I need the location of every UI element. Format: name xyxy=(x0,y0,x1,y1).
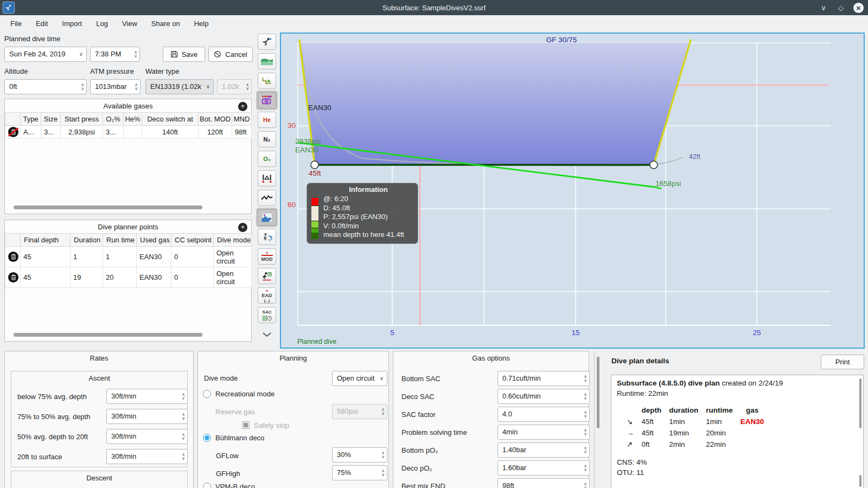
points-hscrollbar[interactable] xyxy=(14,333,202,337)
salinity-waves-toggle[interactable] xyxy=(258,53,276,69)
spinner-arrows-icon[interactable] xyxy=(182,430,185,443)
dive-profile-chart[interactable]: GF 30/75 EAN30 30 60 2938psi EAN30 45ft … xyxy=(280,33,865,349)
delete-disabled-icon[interactable] xyxy=(8,127,18,137)
gas-option-spinner-5[interactable]: 1.60bar xyxy=(497,460,590,476)
atm-pressure-spinner[interactable]: 1013mbar xyxy=(90,79,141,94)
spinner-arrows-icon[interactable] xyxy=(182,410,185,423)
dive-plan-notes[interactable]: Subsurface (4.8.5.0) dive plan created o… xyxy=(611,375,864,488)
safety-stop-checkbox[interactable] xyxy=(242,421,250,429)
add-point-button[interactable] xyxy=(238,223,247,232)
he-graph-toggle[interactable]: He xyxy=(258,112,276,128)
dive-time-spinner[interactable]: 7:38 PM xyxy=(90,47,140,62)
menu-log[interactable]: Log xyxy=(89,17,115,30)
gases-col-size[interactable]: Size xyxy=(41,113,61,126)
gases-col-type[interactable]: Type xyxy=(21,113,41,126)
point-duration-cell[interactable]: 19 xyxy=(71,267,103,288)
rate-spinner-2[interactable]: 30ft/min xyxy=(106,429,188,444)
spinner-arrows-icon[interactable] xyxy=(134,48,137,61)
points-col-gas[interactable]: Used gas xyxy=(137,234,171,247)
altitude-spinner[interactable]: 0ft xyxy=(4,79,87,94)
point-setpoint-cell[interactable]: 0 xyxy=(171,247,214,267)
point-duration-cell[interactable]: 1 xyxy=(71,247,103,267)
spinner-arrows-icon[interactable] xyxy=(584,426,587,439)
point-gas-cell[interactable]: EAN30 xyxy=(137,247,171,267)
spinner-arrows-icon[interactable] xyxy=(182,390,185,403)
spinner-arrows-icon[interactable] xyxy=(381,448,385,461)
rate-spinner-1[interactable]: 30ft/min xyxy=(106,409,188,424)
save-button[interactable]: Save xyxy=(163,47,205,62)
gflow-spinner[interactable]: 30% xyxy=(332,447,387,463)
mod-toggle[interactable]: +MOD xyxy=(258,248,276,265)
print-button[interactable]: Print xyxy=(821,355,864,369)
profile-handle-start[interactable] xyxy=(311,161,318,169)
spinner-arrows-icon[interactable] xyxy=(182,450,185,463)
menu-edit[interactable]: Edit xyxy=(29,17,55,30)
gas-mnd-cell[interactable]: 98ft xyxy=(232,126,252,139)
gases-col-mnd[interactable]: MND xyxy=(232,113,252,126)
gas-option-spinner-0[interactable]: 0.71cuft/min xyxy=(497,371,590,386)
gas-option-spinner-4[interactable]: 1.40bar xyxy=(497,442,590,458)
gas-he-cell[interactable] xyxy=(124,126,142,139)
water-type-select[interactable]: EN13319 (1.02k xyxy=(145,79,214,94)
point-setpoint-cell[interactable]: 0 xyxy=(171,267,214,288)
gases-col-deco-switch[interactable]: Deco switch at xyxy=(142,113,199,126)
gases-col-start-press[interactable]: Start press xyxy=(61,113,103,126)
photos-toggle[interactable] xyxy=(258,209,276,226)
n2-graph-toggle[interactable]: N₂ xyxy=(258,131,276,147)
gas-deco-switch-cell[interactable]: 140ft xyxy=(142,126,199,139)
recreational-mode-radio[interactable] xyxy=(203,390,211,398)
point-runtime-cell[interactable]: 1 xyxy=(103,247,137,267)
heartrate-toggle[interactable] xyxy=(258,190,276,206)
point-delete-cell[interactable] xyxy=(5,267,21,288)
menu-share-on[interactable]: Share on xyxy=(144,17,187,30)
gfhigh-spinner[interactable]: 75% xyxy=(332,465,387,480)
bottom-vscrollbar[interactable] xyxy=(597,357,599,428)
ceiling-threshold-toggle[interactable] xyxy=(258,73,276,89)
spinner-arrows-icon[interactable] xyxy=(584,390,587,403)
ruler-toggle[interactable] xyxy=(258,170,276,187)
gas-option-spinner-6[interactable]: 98ft xyxy=(497,478,590,488)
spinner-arrows-icon[interactable] xyxy=(584,479,587,488)
calc-ceiling-toggle[interactable] xyxy=(258,34,276,50)
points-col-runtime[interactable]: Run time xyxy=(103,234,137,247)
profile-handle-end[interactable] xyxy=(650,161,658,169)
buhlmann-deco-radio[interactable] xyxy=(203,434,211,442)
menu-import[interactable]: Import xyxy=(55,17,89,30)
ead-toggle[interactable]: +EAD(...) xyxy=(258,287,276,304)
gases-col-he[interactable]: He% xyxy=(124,113,142,126)
spinner-arrows-icon[interactable] xyxy=(135,80,138,93)
gas-option-spinner-1[interactable]: 0.60cuft/min xyxy=(497,389,590,404)
plan-notes-vscrollbar-fragment[interactable] xyxy=(859,475,861,487)
spinner-arrows-icon[interactable] xyxy=(381,466,385,479)
scroll-down-button[interactable] xyxy=(258,326,276,343)
spinner-arrows-icon[interactable] xyxy=(584,372,587,385)
menu-help[interactable]: Help xyxy=(187,17,216,30)
gas-bot-mod-cell[interactable]: 120ft xyxy=(199,126,232,139)
point-depth-cell[interactable]: 45 xyxy=(21,247,71,267)
spinner-arrows-icon[interactable] xyxy=(584,461,587,474)
plan-notes-vscrollbar[interactable] xyxy=(859,378,861,428)
tissue-heatmap-toggle[interactable] xyxy=(258,92,276,108)
spinner-arrows-icon[interactable] xyxy=(584,444,587,457)
maximize-button[interactable] xyxy=(836,3,846,12)
spinner-arrows-icon[interactable] xyxy=(584,408,587,421)
info-tooltip[interactable]: Information @: 6:20 D: 45.0ft P: 2,557ps… xyxy=(307,183,418,244)
gas-delete-cell[interactable] xyxy=(5,126,21,139)
delete-icon[interactable] xyxy=(8,272,18,282)
close-button[interactable] xyxy=(853,3,864,13)
rate-spinner-3[interactable]: 30ft/min xyxy=(106,449,188,464)
rate-spinner-0[interactable]: 30ft/min xyxy=(106,389,188,404)
gas-size-cell[interactable]: 3... xyxy=(41,126,61,139)
gas-o2-cell[interactable]: 3... xyxy=(103,126,124,139)
o2-graph-toggle[interactable]: O₂ xyxy=(258,151,276,167)
points-col-setpoint[interactable]: CC setpoint xyxy=(171,234,214,247)
minimize-button[interactable] xyxy=(819,3,828,12)
gases-col-o2[interactable]: O₂% xyxy=(103,113,124,126)
add-gas-button[interactable] xyxy=(238,102,247,111)
point-delete-cell[interactable] xyxy=(5,247,21,267)
menu-view[interactable]: View xyxy=(115,17,144,30)
point-mode-cell[interactable]: Open circuit xyxy=(214,267,252,288)
gaschange-toggle[interactable] xyxy=(258,229,276,245)
gas-option-spinner-3[interactable]: 4min xyxy=(497,425,590,440)
dive-date-select[interactable]: Sun Feb 24, 2019 xyxy=(4,47,87,62)
